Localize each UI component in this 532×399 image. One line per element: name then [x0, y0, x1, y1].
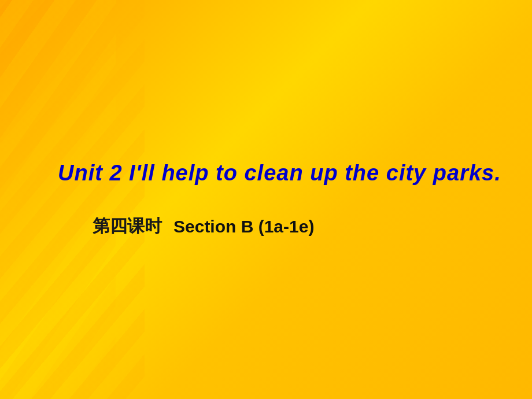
subtitle-chinese: 第四课时 — [93, 215, 162, 238]
slide-subtitle: 第四课时 Section B (1a-1e) — [58, 215, 532, 238]
slide-title: Unit 2 I'll help to clean up the city pa… — [58, 161, 532, 186]
slide-background: Unit 2 I'll help to clean up the city pa… — [0, 0, 532, 399]
slide-content: Unit 2 I'll help to clean up the city pa… — [58, 161, 532, 238]
subtitle-english: Section B (1a-1e) — [173, 217, 314, 237]
